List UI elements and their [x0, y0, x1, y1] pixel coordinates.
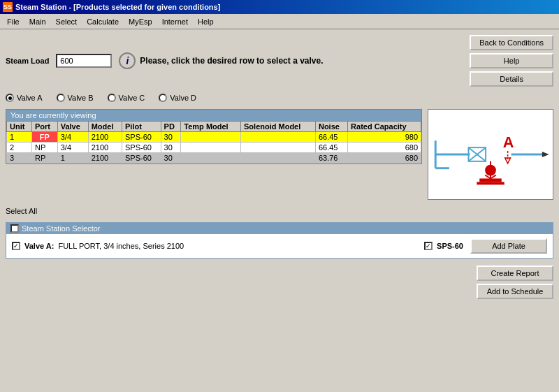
title-bar: SS Steam Station - [Products selected fo…: [0, 0, 559, 14]
main-content: Steam Load i Please, click the desired r…: [0, 29, 559, 307]
details-button[interactable]: Details: [470, 71, 553, 87]
valve-a-selector: ✓ Valve A: FULL PORT, 3/4 inches, Series…: [12, 242, 417, 250]
cell-noise: 63.76: [315, 153, 347, 164]
svg-point-11: [485, 165, 496, 176]
cell-solenoid-model: [241, 132, 316, 143]
pilot-selector: ✓ SPS-60: [424, 242, 463, 250]
selector-header: ✓ Steam Station Selector: [6, 223, 553, 234]
cell-rated-capacity: 680: [348, 153, 421, 164]
help-button[interactable]: Help: [470, 53, 553, 68]
cell-noise: 66.45: [315, 143, 347, 153]
pilot-label: SPS-60: [437, 242, 463, 250]
table-header-row: Unit Port Valve Model Pilot PD Temp Mode…: [7, 122, 421, 132]
cell-unit: 1: [7, 132, 32, 143]
valve-a-selector-value: FULL PORT, 3/4 inches, Series 2100: [58, 242, 184, 250]
cell-pilot: SPS-60: [122, 143, 161, 153]
menu-file[interactable]: File: [3, 16, 24, 27]
col-rated-capacity: Rated Capacity: [348, 122, 421, 132]
table-row[interactable]: 3 RP 1 2100 SPS-60 30 63.76 680: [7, 153, 421, 164]
create-report-button[interactable]: Create Report: [477, 266, 553, 281]
col-temp-model: Temp Model: [181, 122, 241, 132]
col-port: Port: [31, 122, 57, 132]
svg-rect-15: [477, 182, 504, 184]
cell-port: NP: [31, 143, 57, 153]
info-icon: i: [119, 52, 136, 69]
col-unit: Unit: [7, 122, 32, 132]
valve-c-tab[interactable]: Valve C: [108, 94, 145, 102]
cell-solenoid-model: [241, 153, 316, 164]
cell-temp-model: [181, 132, 241, 143]
cell-temp-model: [181, 143, 241, 153]
cell-pd: 30: [161, 132, 181, 143]
middle-area: You are currently viewing Unit Port Valv…: [6, 109, 553, 200]
valve-d-label: Valve D: [170, 94, 196, 102]
col-solenoid-model: Solenoid Model: [241, 122, 316, 132]
cell-valve: 1: [57, 153, 88, 164]
cell-valve: 3/4: [57, 132, 88, 143]
selector-checkbox[interactable]: ✓: [10, 224, 19, 233]
valve-a-tab[interactable]: Valve A: [6, 94, 43, 102]
cell-pilot: SPS-60: [122, 132, 161, 143]
menu-myesp[interactable]: MyEsp: [124, 16, 157, 27]
menu-main[interactable]: Main: [25, 16, 50, 27]
valve-b-tab[interactable]: Valve B: [57, 94, 94, 102]
col-noise: Noise: [315, 122, 347, 132]
valve-a-label: Valve A: [17, 94, 43, 102]
bottom-buttons: Create Report Add to Schedule: [6, 263, 553, 302]
col-pd: PD: [161, 122, 181, 132]
valve-tabs: Valve A Valve B Valve C Valve D: [6, 91, 553, 105]
cell-model: 2100: [88, 143, 122, 153]
valve-c-radio[interactable]: [108, 94, 116, 102]
info-message: i Please, click the desired row to selec…: [119, 52, 463, 69]
valve-b-radio[interactable]: [57, 94, 65, 102]
select-all-row: Select All: [6, 204, 553, 218]
valve-b-label: Valve B: [68, 94, 94, 102]
cell-rated-capacity: 680: [348, 143, 421, 153]
cell-pilot: SPS-60: [122, 153, 161, 164]
add-to-schedule-button[interactable]: Add to Schedule: [477, 284, 553, 299]
table-row[interactable]: 1 FP 3/4 2100 SPS-60 30 66.45 980: [7, 132, 421, 143]
pilot-checkbox[interactable]: ✓: [424, 242, 433, 250]
cell-unit: 2: [7, 143, 32, 153]
table-row[interactable]: 2 NP 3/4 2100 SPS-60 30 66.45 680: [7, 143, 421, 153]
steam-load-label: Steam Load: [6, 57, 49, 65]
right-buttons: Back to Conditions Help Details: [470, 35, 553, 87]
menu-bar: File Main Select Calculate MyEsp Interne…: [0, 14, 559, 29]
menu-calculate[interactable]: Calculate: [82, 16, 123, 27]
cell-model: 2100: [88, 132, 122, 143]
top-row: Steam Load i Please, click the desired r…: [6, 35, 553, 87]
back-conditions-button[interactable]: Back to Conditions: [470, 35, 553, 50]
selector-panel: ✓ Steam Station Selector ✓ Valve A: FULL…: [6, 222, 553, 259]
valve-a-radio[interactable]: [6, 94, 14, 102]
product-table: Unit Port Valve Model Pilot PD Temp Mode…: [6, 121, 421, 164]
valve-c-label: Valve C: [119, 94, 145, 102]
menu-select[interactable]: Select: [52, 16, 82, 27]
panel-buttons: Add Plate: [470, 238, 547, 254]
col-valve: Valve: [57, 122, 88, 132]
cell-temp-model: [181, 153, 241, 164]
cell-valve: 3/4: [57, 143, 88, 153]
window-title: Steam Station - [Products selected for g…: [15, 3, 220, 11]
cell-pd: 30: [161, 143, 181, 153]
cell-pd: 30: [161, 153, 181, 164]
cell-model: 2100: [88, 153, 122, 164]
valve-diagram: A: [428, 109, 553, 200]
steam-load-input[interactable]: [56, 54, 112, 68]
valve-d-radio[interactable]: [159, 94, 167, 102]
svg-rect-14: [479, 178, 502, 182]
col-pilot: Pilot: [122, 122, 161, 132]
select-all-label: Select All: [6, 207, 37, 215]
viewing-header: You are currently viewing: [6, 110, 421, 121]
menu-help[interactable]: Help: [194, 16, 218, 27]
cell-unit: 3: [7, 153, 32, 164]
viewing-section: You are currently viewing Unit Port Valv…: [6, 109, 422, 164]
svg-text:A: A: [503, 133, 514, 151]
app-icon: SS: [3, 2, 13, 12]
selector-header-label: Steam Station Selector: [22, 224, 101, 233]
valve-d-tab[interactable]: Valve D: [159, 94, 196, 102]
add-plate-button[interactable]: Add Plate: [470, 238, 547, 254]
valve-a-checkbox[interactable]: ✓: [12, 242, 20, 250]
info-text: Please, click the desired row to select …: [140, 56, 323, 66]
menu-internet[interactable]: Internet: [158, 16, 192, 27]
selector-body: ✓ Valve A: FULL PORT, 3/4 inches, Series…: [6, 234, 553, 258]
